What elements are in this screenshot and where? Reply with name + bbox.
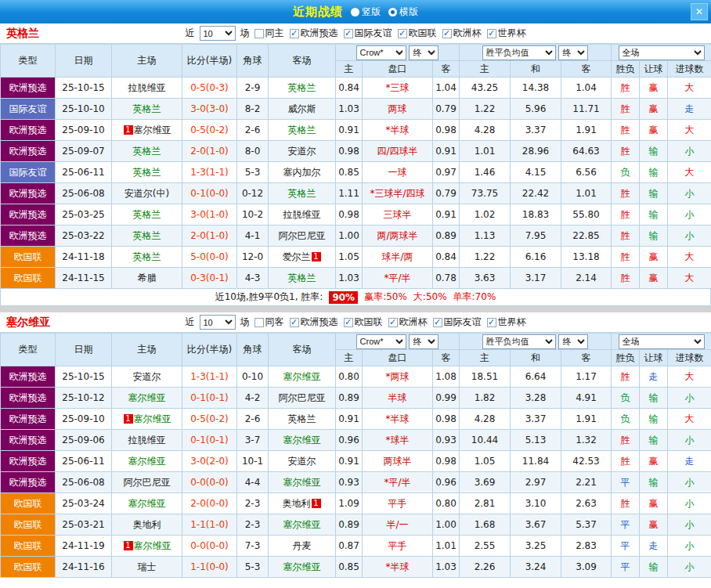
handicap-line: 平手 (363, 536, 433, 557)
table-row[interactable]: 欧洲预选 25-10-12 塞尔维亚 0-1(0-1) 4-2 阿尔巴尼亚 0.… (1, 388, 711, 409)
layout-radio-horizontal[interactable]: 横版 (388, 5, 418, 19)
serbia-rows: 欧洲预选 25-10-15 安道尔 1-3(1-1) 0-10 塞尔维亚 0.8… (1, 366, 711, 578)
table-row[interactable]: 欧洲预选 25-03-25 英格兰 3-0(1-0) 10-2 拉脱维亚 0.9… (1, 204, 711, 225)
close-button[interactable]: ✕ (691, 3, 708, 20)
radio-vertical-label: 竖版 (362, 5, 381, 19)
table-row[interactable]: 欧国联 24-11-16 瑞士 1-1(0-0) 5-3 塞尔维亚 0.85 *… (1, 557, 711, 578)
odds-win: 1.46 (460, 162, 511, 183)
layout-radio-vertical[interactable]: 竖版 (351, 5, 381, 19)
final-odds-select[interactable]: 终 (409, 45, 439, 60)
table-row[interactable]: 欧国联 25-03-24 塞尔维亚 2-0(0-0) 2-3 奥地利1 1.09… (1, 493, 711, 514)
corner-score: 4-3 (237, 268, 269, 289)
filter-checkbox[interactable]: ✓欧洲杯 (388, 316, 428, 329)
odds-win: 2.81 (460, 493, 511, 514)
match-type: 国际友谊 (1, 162, 56, 183)
wdl-average-select[interactable]: 胜平负均值 (482, 334, 556, 349)
filter-checkbox[interactable]: ✓世界杯 (487, 316, 526, 329)
final-odds-select[interactable]: 终 (558, 334, 588, 349)
section-header-serbia: 塞尔维亚 近 10 场 同客✓欧洲预选✓欧国联✓欧洲杯✓国际友谊✓世界杯 (0, 312, 711, 333)
handicap-odds-away: 0.96 (433, 472, 460, 493)
result-goals: 走 (668, 99, 711, 120)
table-row[interactable]: 欧洲预选 25-09-10 1塞尔维亚 0-5(0-2) 2-6 英格兰 0.9… (1, 409, 711, 430)
filter-checkbox[interactable]: ✓欧洲预选 (290, 27, 338, 40)
table-row[interactable]: 欧国联 25-03-21 奥地利 1-1(1-0) 2-3 塞尔维亚 0.89 … (1, 514, 711, 536)
handicap-line: 两球半 (363, 451, 433, 472)
filter-checkbox[interactable]: ✓欧国联 (398, 27, 437, 40)
col-corner: 角球 (237, 45, 269, 78)
result-handicap: 输 (640, 204, 668, 225)
table-row[interactable]: 欧洲预选 25-06-08 阿尔巴尼亚 0-0(0-0) 4-4 塞尔维亚 0.… (1, 472, 711, 493)
table-row[interactable]: 欧洲预选 25-03-22 英格兰 2-0(1-0) 4-1 阿尔巴尼亚 1.0… (1, 225, 711, 247)
checkbox-checked-icon: ✓ (433, 318, 442, 327)
table-row[interactable]: 欧洲预选 25-09-06 拉脱维亚 0-1(0-1) 3-7 塞尔维亚 0.9… (1, 430, 711, 451)
near-label: 近 (186, 27, 195, 40)
table-row[interactable]: 欧洲预选 25-06-11 塞尔维亚 3-0(2-0) 10-1 安道尔 0.9… (1, 451, 711, 472)
match-date: 24-11-19 (56, 536, 112, 557)
table-row[interactable]: 欧洲预选 25-10-15 安道尔 1-3(1-1) 0-10 塞尔维亚 0.8… (1, 366, 711, 388)
table-row[interactable]: 欧国联 24-11-18 英格兰 5-0(0-0) 12-0 爱尔兰1 1.05… (1, 247, 711, 268)
odds-win: 10.44 (460, 430, 511, 451)
away-team: 安道尔 (269, 141, 336, 162)
scope-select[interactable]: 全场 (619, 45, 705, 60)
table-row[interactable]: 欧洲预选 25-06-08 安道尔(中) 0-1(0-0) 0-12 英格兰 1… (1, 183, 711, 204)
final-odds-select[interactable]: 终 (409, 334, 439, 349)
col-type: 类型 (1, 45, 56, 78)
handicap-odds-home: 0.91 (336, 409, 363, 430)
handicap-odds-away: 1.00 (433, 514, 460, 536)
corner-score: 10-1 (237, 451, 269, 472)
table-row[interactable]: 欧洲预选 25-09-10 1塞尔维亚 0-5(0-2) 2-6 英格兰 0.9… (1, 120, 711, 141)
competition-filters: 同主✓欧洲预选✓国际友谊✓欧国联✓欧洲杯✓世界杯 (254, 27, 526, 40)
checkbox-label: 同主 (265, 27, 284, 40)
table-row[interactable]: 国际友谊 25-06-11 英格兰 1-3(1-1) 5-3 塞内加尔 0.85… (1, 162, 711, 183)
odds-win: 1.01 (460, 141, 511, 162)
handicap-odds-home: 0.84 (336, 78, 363, 99)
filter-checkbox[interactable]: 同主 (254, 27, 284, 40)
away-team: 英格兰 (269, 78, 336, 99)
filter-checkbox[interactable]: ✓国际友谊 (344, 27, 392, 40)
table-row[interactable]: 欧洲预选 25-10-15 拉脱维亚 0-5(0-3) 2-9 英格兰 0.84… (1, 78, 711, 99)
match-score: 1-3(1-1) (182, 162, 237, 183)
wdl-average-select[interactable]: 胜平负均值 (482, 45, 556, 60)
home-team: 英格兰 (112, 204, 182, 225)
away-team: 英格兰 (269, 268, 336, 289)
odds-lose: 1.01 (561, 183, 612, 204)
table-row[interactable]: 国际友谊 25-10-10 英格兰 3-0(3-0) 8-2 威尔斯 1.03 … (1, 99, 711, 120)
result-handicap: 赢 (640, 451, 668, 472)
games-label: 场 (240, 316, 250, 329)
match-date: 25-06-08 (56, 183, 112, 204)
scope-select[interactable]: 全场 (619, 334, 705, 349)
handicap-line: *两球 (363, 366, 433, 388)
odds-win: 1.82 (460, 388, 511, 409)
bookmaker-select[interactable]: Crow* (356, 334, 406, 349)
match-score: 1-1(0-0) (182, 557, 237, 578)
match-type: 欧国联 (1, 247, 56, 268)
filter-checkbox[interactable]: ✓世界杯 (487, 27, 526, 40)
filter-checkbox[interactable]: ✓欧国联 (344, 316, 383, 329)
bookmaker-select[interactable]: Crow* (356, 45, 406, 60)
rank-badge: 1 (124, 541, 133, 550)
team-name-text: 拉脱维亚 (128, 82, 166, 93)
team-name-text: 塞内加尔 (283, 167, 321, 178)
recent-count-select[interactable]: 10 (200, 26, 236, 41)
recent-count-select[interactable]: 10 (200, 315, 236, 330)
table-row[interactable]: 欧国联 24-11-15 希腊 0-3(0-1) 4-3 英格兰 1.03 *平… (1, 268, 711, 289)
filter-checkbox[interactable]: ✓欧洲预选 (290, 316, 338, 329)
filter-checkbox[interactable]: ✓国际友谊 (433, 316, 482, 329)
handicap-odds-away: 0.93 (433, 430, 460, 451)
result-goals: 小 (668, 536, 711, 557)
handicap-odds-away: 0.97 (433, 162, 460, 183)
match-score: 0-0(0-0) (182, 536, 237, 557)
match-type: 欧国联 (1, 536, 56, 557)
table-row[interactable]: 欧洲预选 25-09-07 英格兰 2-0(1-0) 8-0 安道尔 0.98 … (1, 141, 711, 162)
home-team: 塞尔维亚 (112, 451, 182, 472)
checkbox-checked-icon: ✓ (290, 29, 299, 38)
team-name-text: 阿尔巴尼亚 (279, 392, 326, 403)
filter-checkbox[interactable]: 同客 (254, 316, 284, 329)
result-outcome: 平 (612, 557, 640, 578)
col-away: 客场 (269, 334, 336, 366)
final-odds-select[interactable]: 终 (558, 45, 588, 60)
filter-checkbox[interactable]: ✓欧洲杯 (442, 27, 482, 40)
home-team: 英格兰 (112, 99, 182, 120)
table-row[interactable]: 欧国联 24-11-19 1塞尔维亚 0-0(0-0) 7-3 丹麦 0.87 … (1, 536, 711, 557)
home-team: 安道尔 (112, 366, 182, 388)
